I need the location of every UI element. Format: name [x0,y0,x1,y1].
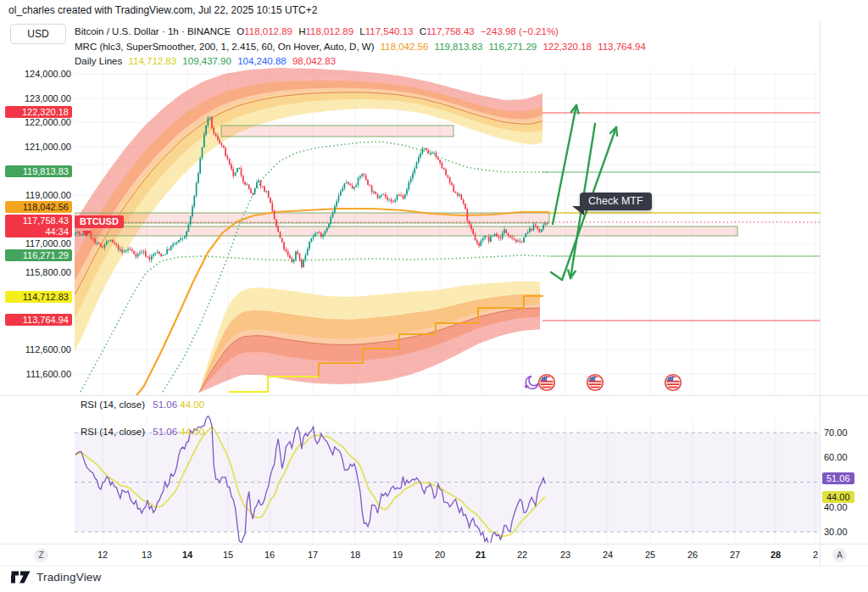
down-triangle-marker [82,231,91,237]
time-axis-tick[interactable]: 12 [97,550,108,560]
time-axis-tick[interactable]: 2 [813,550,818,560]
price-axis-label: 112,600.00 [3,344,71,355]
rsi-legend[interactable]: RSI (14, close) 51.06 44.00 [81,399,204,410]
time-axis-tick[interactable]: 13 [142,550,152,560]
time-axis-tick[interactable]: 19 [392,550,403,560]
timezone-button[interactable]: Z [34,548,48,562]
check-mtf-note[interactable]: Check MTF [580,193,652,210]
rsi-axis-label: 40.00 [824,502,848,512]
rsi-axis-label: 70.00 [824,427,848,438]
calendar-event-icons[interactable] [524,375,682,391]
pane-separator[interactable] [0,395,868,396]
price-axis-label: 123,000.00 [3,93,71,103]
footer-separator [0,566,868,567]
time-axis-tick[interactable]: 24 [603,550,613,560]
moon-sparkle-icon [524,377,539,389]
rsi-ma-value: 44.00 [180,399,204,410]
chart-canvas[interactable] [0,0,868,592]
time-axis-tick[interactable]: 21 [476,550,486,560]
rsi-value-inner: 51.06 [153,427,177,437]
tradingview-brand[interactable]: TradingView [11,571,102,584]
rsi-value: 51.06 [153,399,177,410]
price-axis-badge: 119,813.83 [5,165,72,177]
time-axis-tick[interactable]: 17 [308,550,318,560]
price-axis-label: 121,000.00 [3,142,71,152]
price-axis-label: 117,000.00 [3,238,71,249]
price-axis-label: 111,600.00 [3,369,71,379]
time-axis-tick[interactable]: 18 [350,550,360,560]
time-axis-tick[interactable]: 25 [645,550,655,560]
price-axis-label: 122,000.00 [3,117,71,127]
tradingview-snapshot: { "header": { "credit": "ol_charles crea… [0,0,868,592]
time-axis-tick[interactable]: 27 [730,550,740,560]
tradingview-brand-text: TradingView [36,571,102,584]
time-axis-tick[interactable]: 14 [182,550,192,560]
price-axis-badge: 117,758.4344:34 [5,215,72,237]
time-axis-tick[interactable]: 20 [435,550,445,560]
time-axis-tick[interactable]: 26 [687,550,698,560]
price-axis-badge: 114,712.83 [5,291,72,303]
tradingview-logo-icon [11,571,31,584]
rsi-legend-inner[interactable]: RSI (14, close) 51.06 44.00 [81,427,204,437]
right-scale-border [820,22,821,567]
rsi-axis-badge: 44.00 [822,491,854,503]
time-axis-tick[interactable]: 23 [560,550,570,560]
rsi-ma-value-inner: 44.00 [180,427,204,437]
price-axis-badge: 118,042.56 [5,201,72,213]
rsi-axis-badge: 51.06 [822,472,854,484]
price-axis-badge: 122,320.18 [5,106,72,118]
time-axis-separator [0,544,868,545]
time-axis-tick[interactable]: 16 [264,550,275,560]
time-axis-tick[interactable]: 22 [517,550,527,560]
price-axis-label: 119,000.00 [3,190,71,200]
price-axis-label: 115,800.00 [3,267,71,277]
rsi-axis-label: 60.00 [824,452,848,462]
rsi-axis-label: 30.00 [824,527,848,537]
time-axis-tick[interactable]: 15 [223,550,233,560]
price-axis-badge: 113,764.94 [5,314,72,326]
rsi-name: RSI (14, close) [81,399,145,410]
price-pane[interactable] [75,68,737,405]
symbol-price-tag: BTCUSD [75,215,124,228]
rsi-name-inner: RSI (14, close) [81,427,145,437]
auto-scale-button[interactable]: A [832,548,847,562]
price-axis-label: 124,000.00 [3,69,71,79]
price-axis-badge: 116,271.29 [5,249,72,261]
time-axis-tick[interactable]: 28 [771,550,781,560]
